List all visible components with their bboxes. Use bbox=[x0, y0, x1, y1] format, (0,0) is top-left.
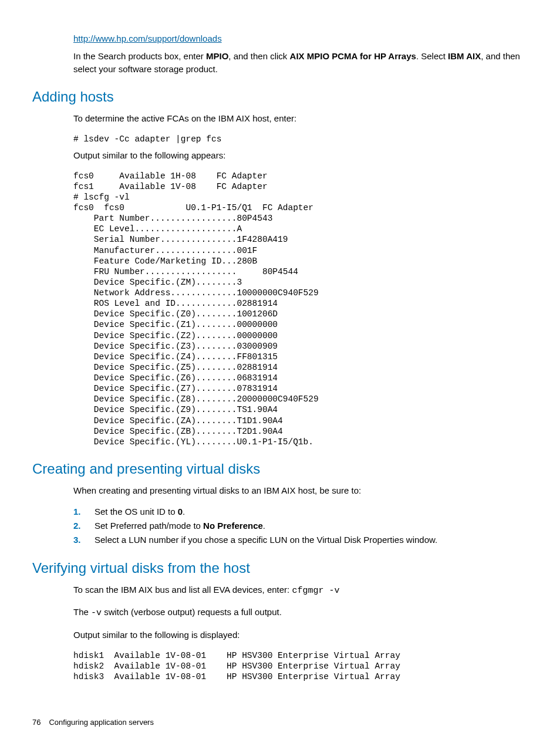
paragraph: To scan the IBM AIX bus and list all EVA… bbox=[73, 583, 525, 598]
output-lscfg: fcs0 Available 1H-08 FC Adapter fcs1 Ava… bbox=[73, 171, 525, 447]
heading-verifying-vdisks: Verifying virtual disks from the host bbox=[32, 558, 525, 579]
text: Set Preferred path/mode to bbox=[95, 521, 203, 531]
code-cfgmgr: cfgmgr -v bbox=[292, 586, 339, 596]
output-hdisk: hdisk1 Available 1V-08-01 HP HSV300 Ente… bbox=[73, 650, 525, 682]
step-3: Select a LUN number if you chose a speci… bbox=[73, 534, 525, 546]
text: Set the OS unit ID to bbox=[95, 507, 178, 517]
download-url-link[interactable]: http://www.hp.com/support/downloads bbox=[73, 33, 222, 43]
paragraph: Output similar to the following appears: bbox=[73, 149, 525, 162]
text: To scan the IBM AIX bus and list all EVA… bbox=[73, 585, 292, 595]
step-2: Set Preferred path/mode to No Preference… bbox=[73, 519, 525, 532]
bold-zero: 0 bbox=[178, 507, 183, 517]
bold-aix-mpio: AIX MPIO PCMA for HP Arrays bbox=[290, 51, 416, 61]
command-lsdev: # lsdev -Cc adapter |grep fcs bbox=[73, 134, 525, 144]
code-v-switch: -v bbox=[91, 608, 102, 618]
text: . bbox=[183, 507, 185, 517]
steps-list: Set the OS unit ID to 0. Set Preferred p… bbox=[73, 505, 525, 546]
text: switch (verbose output) requests a full … bbox=[102, 607, 282, 617]
text: , and then click bbox=[228, 51, 289, 61]
paragraph: When creating and presenting virtual dis… bbox=[73, 484, 525, 497]
intro-paragraph: In the Search products box, enter MPIO, … bbox=[73, 50, 525, 76]
bold-ibm-aix: IBM AIX bbox=[448, 51, 481, 61]
text: . Select bbox=[416, 51, 448, 61]
text: . bbox=[263, 521, 265, 531]
paragraph: Output similar to the following is displ… bbox=[73, 629, 525, 642]
heading-adding-hosts: Adding hosts bbox=[32, 87, 525, 107]
paragraph: The -v switch (verbose output) requests … bbox=[73, 606, 525, 620]
text: In the Search products box, enter bbox=[73, 51, 206, 61]
step-1: Set the OS unit ID to 0. bbox=[73, 505, 525, 518]
bold-mpio: MPIO bbox=[206, 51, 228, 61]
heading-creating-vdisks: Creating and presenting virtual disks bbox=[32, 459, 525, 480]
text: The bbox=[73, 607, 91, 617]
bold-no-pref: No Preference bbox=[203, 521, 263, 531]
paragraph: To determine the active FCAs on the IBM … bbox=[73, 112, 525, 125]
